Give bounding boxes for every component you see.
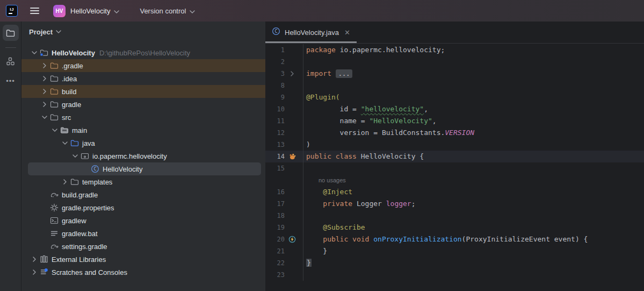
code-line-8: 8	[265, 80, 644, 91]
intellij-logo-icon[interactable]: IJ	[6, 5, 18, 17]
tree-item--idea[interactable]: .idea	[21, 72, 265, 85]
more-toolwindows-button[interactable]: •••	[6, 77, 15, 85]
code-line-18: 18	[265, 210, 644, 222]
tree-item-hellovelocity[interactable]: HelloVelocityD:\githubRePos\HelloVelocit…	[21, 46, 265, 59]
tree-item-scratches-and-consoles[interactable]: Scratches and Consoles	[21, 266, 265, 279]
code-text: @Plugin(	[303, 91, 340, 103]
code-text	[303, 269, 306, 281]
chevron-down-icon[interactable]	[29, 51, 39, 54]
project-selector[interactable]: HV HelloVelocity	[50, 3, 122, 19]
chevron-right-icon[interactable]	[29, 269, 39, 275]
gradle-icon	[49, 242, 59, 251]
code-text: }	[303, 245, 327, 257]
code-text: @Subscribe	[303, 222, 365, 233]
project-view-title: Project	[29, 28, 53, 36]
tab-hellovelocity-java[interactable]: C HelloVelocity.java ✕	[265, 22, 357, 43]
folder-icon	[49, 113, 59, 122]
close-icon[interactable]: ✕	[344, 29, 350, 36]
tree-item-main[interactable]: main	[21, 124, 265, 137]
chevron-down-icon[interactable]	[60, 141, 70, 145]
tree-item-src[interactable]: src	[21, 111, 265, 124]
line-number: 13	[265, 139, 285, 151]
vcs-selector[interactable]: Version control	[136, 4, 198, 18]
tree-item-label: build	[62, 88, 76, 96]
chevron-right-icon[interactable]	[39, 102, 49, 107]
velocity-icon[interactable]	[285, 153, 299, 160]
line-number: 19	[265, 222, 285, 233]
chevron-right-icon[interactable]	[39, 63, 49, 68]
tree-item-gradlew[interactable]: gradlew	[21, 214, 265, 227]
package-icon	[80, 152, 89, 160]
code-text	[303, 210, 306, 222]
code-text: version = BuildConstants.VERSION	[303, 127, 474, 139]
code-text	[303, 56, 306, 68]
gutter: 23	[265, 269, 303, 281]
code-line-2: 2	[265, 56, 644, 68]
tree-item-build[interactable]: build	[21, 85, 265, 98]
code-editor[interactable]: 1package io.papermc.hellovelocity;23impo…	[265, 44, 644, 291]
chevron-down-icon[interactable]	[39, 116, 49, 119]
subscribe-event-icon[interactable]	[285, 236, 299, 243]
chevron-right-icon[interactable]	[29, 257, 39, 262]
folder-icon	[49, 87, 59, 96]
folder-icon	[70, 178, 79, 186]
tree-item-build-gradle[interactable]: build.gradle	[21, 188, 265, 201]
chevron-right-icon[interactable]	[39, 76, 49, 81]
code-text: }	[303, 257, 312, 269]
project-path: D:\githubRePos\HelloVelocity	[99, 49, 190, 57]
chevron-right-icon[interactable]	[60, 179, 70, 184]
gutter: 19	[265, 222, 303, 233]
usages-hint[interactable]: no usages	[319, 174, 346, 186]
tree-item-io-papermc-hellovelocity[interactable]: io.papermc.hellovelocity	[21, 150, 265, 162]
tree-item-label: java	[82, 139, 95, 147]
line-number: 21	[265, 245, 285, 257]
terminal-icon	[49, 216, 59, 225]
tree-item-label: main	[72, 126, 87, 134]
tree-item-label: gradle	[62, 101, 81, 109]
tree-item-gradle-properties[interactable]: gradle.properties	[21, 201, 265, 214]
chevron-down-icon	[114, 6, 119, 16]
chevron-right-icon[interactable]	[39, 89, 49, 94]
tree-item-settings-gradle[interactable]: settings.gradle	[21, 240, 265, 253]
tree-item-java[interactable]: java	[21, 137, 265, 150]
code-line-13: 13)	[265, 139, 644, 151]
main-menu-button[interactable]	[26, 3, 42, 19]
project-toolwindow-button[interactable]	[3, 25, 19, 41]
gutter: 14	[265, 151, 303, 162]
chevron-down-icon[interactable]	[49, 129, 60, 132]
tree-item-templates[interactable]: templates	[21, 175, 265, 188]
toolwindow-stripe: •••	[0, 22, 21, 291]
code-text: public class HelloVelocity {	[303, 151, 424, 162]
code-line-11: 11 name = "HelloVelocity",	[265, 115, 644, 127]
gutter: 16	[265, 186, 303, 198]
code-line-22: 22}	[265, 257, 644, 269]
code-line-17: 17 private Logger logger;	[265, 198, 644, 210]
code-line-14: 14public class HelloVelocity {	[265, 151, 644, 162]
tree-item-gradlew-bat[interactable]: gradlew.bat	[21, 227, 265, 240]
tree-item-external-libraries[interactable]: External Libraries	[21, 253, 265, 266]
structure-toolwindow-button[interactable]	[3, 53, 19, 69]
gear-icon	[49, 203, 59, 212]
svg-text:C: C	[274, 29, 277, 34]
tree-item-label: External Libraries	[52, 255, 106, 264]
chevron-down-icon[interactable]	[70, 154, 80, 158]
tree-item-hellovelocity[interactable]: CHelloVelocity	[21, 162, 265, 175]
gutter	[265, 174, 303, 186]
fold-arrow-icon[interactable]	[285, 71, 299, 76]
code-text: name = "HelloVelocity",	[303, 115, 437, 127]
tree-item-label: Scratches and Consoles	[52, 268, 127, 276]
class-icon: C	[272, 27, 280, 38]
library-icon	[39, 255, 48, 264]
sources-folder-icon	[70, 139, 79, 147]
svg-text:C: C	[93, 166, 96, 172]
tree-item-label: templates	[82, 178, 112, 186]
project-view-header[interactable]: Project	[21, 22, 265, 42]
tree-item-gradle[interactable]: gradle	[21, 98, 265, 111]
code-text: private Logger logger;	[303, 198, 416, 210]
code-text: package io.papermc.hellovelocity;	[303, 44, 445, 56]
code-text: )	[303, 139, 310, 151]
tree-item--gradle[interactable]: .gradle	[21, 59, 265, 72]
project-icon	[39, 48, 48, 57]
code-text	[303, 162, 306, 174]
gutter: 3	[265, 68, 303, 80]
